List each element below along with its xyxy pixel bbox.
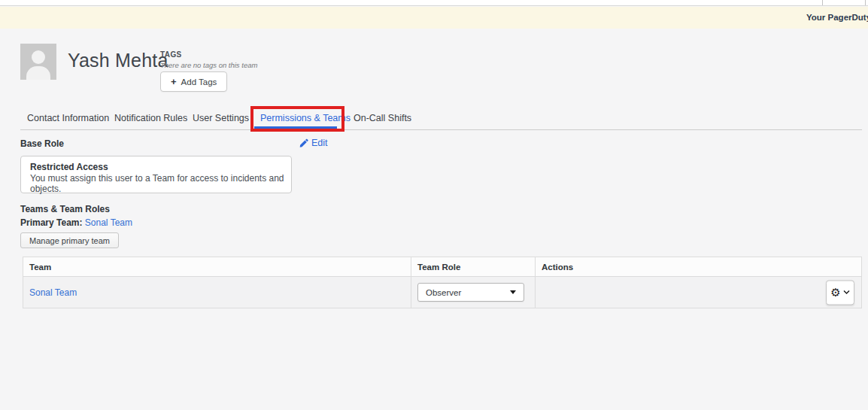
chrome-tab-divider: [865, 0, 866, 5]
caret-down-icon: [510, 290, 516, 294]
team-link[interactable]: Sonal Team: [29, 287, 77, 298]
base-role-description: You must assign this user to a Team for …: [30, 173, 287, 194]
user-name: Yash Mehta: [68, 50, 168, 71]
tab-permissions-teams[interactable]: Permissions & Teams: [260, 113, 351, 123]
tab-bar-divider: [20, 129, 862, 130]
table-header-row: Team Team Role Actions: [23, 257, 861, 277]
column-header-actions: Actions: [535, 257, 861, 276]
teams-table: Team Team Role Actions Sonal Team Observ…: [23, 257, 862, 308]
team-role-cell: Observer: [411, 277, 535, 308]
gear-icon: ⚙: [830, 287, 840, 298]
primary-team-label: Primary Team:: [20, 217, 82, 228]
chrome-tab-divider: [822, 0, 823, 5]
base-role-title: Restricted Access: [30, 162, 287, 172]
column-header-team-role: Team Role: [411, 257, 535, 276]
manage-primary-team-button[interactable]: Manage primary team: [20, 232, 119, 248]
browser-chrome-strip: [0, 0, 868, 6]
team-actions-button[interactable]: ⚙: [826, 280, 854, 305]
avatar: [20, 44, 56, 80]
tab-on-call-shifts[interactable]: On-Call Shifts: [354, 113, 411, 123]
chevron-down-icon: [843, 290, 850, 295]
edit-base-role-link[interactable]: Edit: [299, 138, 328, 148]
team-name-cell: Sonal Team: [23, 277, 411, 308]
tags-empty-message: There are no tags on this team: [160, 61, 257, 69]
tags-label: TAGS: [160, 50, 182, 59]
base-role-label: Base Role: [20, 138, 64, 149]
add-tags-label: Add Tags: [181, 77, 217, 87]
tab-user-settings[interactable]: User Settings: [193, 113, 249, 123]
trial-banner-text: Your PagerDuty tr: [806, 7, 868, 29]
tab-contact-information[interactable]: Contact Information: [27, 113, 109, 123]
user-profile-page: Your PagerDuty tr Yash Mehta TAGS There …: [0, 0, 868, 410]
pencil-icon: [299, 138, 308, 147]
add-tags-button[interactable]: + Add Tags: [160, 71, 227, 92]
tab-notification-rules[interactable]: Notification Rules: [114, 113, 187, 123]
primary-team-line: Primary Team: Sonal Team: [20, 217, 132, 228]
column-header-team: Team: [23, 257, 411, 276]
base-role-card: Restricted Access You must assign this u…: [20, 156, 292, 193]
teams-heading: Teams & Team Roles: [20, 204, 110, 214]
team-role-select[interactable]: Observer: [417, 283, 524, 302]
plus-icon: +: [171, 76, 177, 87]
table-row: Sonal Team Observer ⚙: [23, 277, 861, 308]
actions-cell: ⚙: [535, 277, 861, 308]
team-role-selected-value: Observer: [426, 288, 461, 297]
avatar-silhouette-icon: [26, 66, 50, 80]
active-tab-underline: [254, 126, 337, 129]
edit-link-label: Edit: [311, 138, 328, 148]
avatar-silhouette-icon: [32, 50, 45, 64]
trial-banner: Your PagerDuty tr: [0, 7, 868, 29]
primary-team-link[interactable]: Sonal Team: [85, 217, 132, 228]
